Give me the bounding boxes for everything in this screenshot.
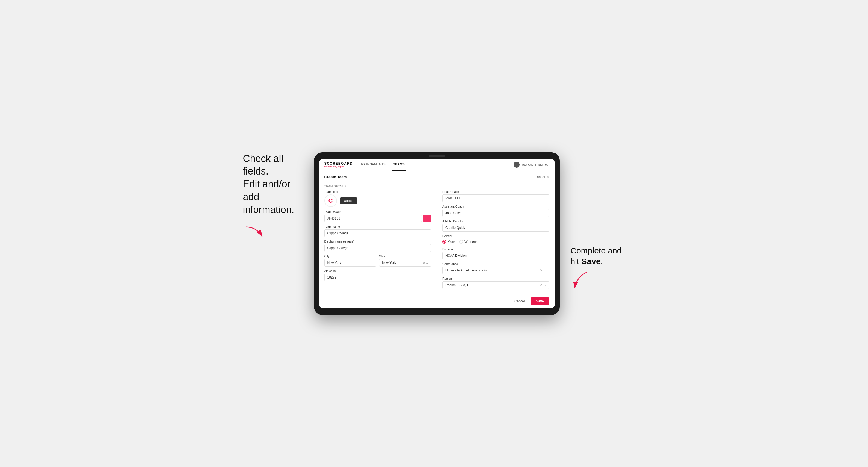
modal-header: Create Team Cancel ✕: [319, 171, 555, 182]
display-name-label: Display name (unique): [324, 240, 431, 243]
cancel-top-label: Cancel: [535, 175, 545, 179]
team-name-label: Team name: [324, 225, 431, 228]
section-label: TEAM DETAILS: [319, 182, 555, 190]
assistant-coach-group: Assistant Coach: [442, 205, 549, 217]
nav-right: Test User | Sign out: [514, 162, 549, 168]
region-controls: ✕ ⌄: [540, 283, 546, 287]
cancel-button[interactable]: Cancel: [511, 298, 528, 305]
gender-label: Gender: [442, 234, 549, 238]
state-value: New York: [382, 261, 396, 264]
color-input-wrap: [324, 215, 431, 222]
womens-radio-dot[interactable]: [459, 240, 463, 244]
region-select[interactable]: Region II - (M) DIII ✕ ⌄: [442, 281, 549, 289]
tablet-frame: SCOREBOARD Powered by clippd TOURNAMENTS…: [314, 152, 560, 315]
form-right-col: Head Coach Assistant Coach Athletic Dire…: [437, 190, 549, 292]
assistant-coach-label: Assistant Coach: [442, 205, 549, 208]
upload-button[interactable]: Upload: [340, 197, 358, 204]
head-coach-group: Head Coach: [442, 190, 549, 202]
mens-label: Mens: [447, 240, 456, 244]
page-wrapper: Check all fields.Edit and/or addinformat…: [243, 152, 625, 315]
nav-teams[interactable]: TEAMS: [392, 159, 406, 171]
annotation-left: Check all fields.Edit and/or addinformat…: [243, 152, 303, 242]
team-logo-label: Team logo: [324, 190, 431, 193]
left-arrow-wrap: [243, 224, 303, 242]
zip-group: Zip code: [324, 269, 431, 281]
region-group: Region Region II - (M) DIII ✕ ⌄: [442, 277, 549, 289]
team-name-group: Team name: [324, 225, 431, 237]
signout-link[interactable]: Sign out: [538, 163, 549, 166]
display-name-input[interactable]: [324, 244, 431, 252]
form-left-col: Team logo C Upload Team colour: [324, 190, 437, 292]
state-group: State New York ✕ ⌄: [379, 254, 431, 267]
team-colour-input[interactable]: [324, 215, 422, 222]
save-button[interactable]: Save: [530, 298, 549, 305]
division-chevron-icon: ⌄: [544, 254, 546, 257]
user-avatar: [514, 162, 520, 168]
assistant-coach-input[interactable]: [442, 209, 549, 217]
nav-links: TOURNAMENTS TEAMS: [359, 159, 513, 171]
left-arrow-icon: [243, 224, 265, 241]
right-arrow-wrap: [571, 269, 592, 293]
modal-title: Create Team: [324, 175, 347, 179]
check-text: Check all fields.Edit and/or addinformat…: [243, 152, 303, 216]
zip-label: Zip code: [324, 269, 431, 273]
display-name-group: Display name (unique): [324, 240, 431, 252]
region-chevron-icon[interactable]: ⌄: [544, 283, 546, 286]
conference-chevron-icon[interactable]: ⌄: [544, 269, 546, 272]
state-label: State: [379, 254, 431, 258]
logo-area: C Upload: [324, 194, 431, 207]
right-arrow-icon: [571, 269, 592, 291]
region-value: Region II - (M) DIII: [445, 283, 472, 287]
state-controls: ✕ ⌄: [423, 261, 428, 264]
team-name-input[interactable]: [324, 229, 431, 237]
modal-footer: Cancel Save: [319, 294, 555, 308]
user-label: Test User |: [522, 163, 536, 166]
tablet-screen: SCOREBOARD Powered by clippd TOURNAMENTS…: [319, 159, 555, 308]
division-select[interactable]: NCAA Division III ⌄: [442, 252, 549, 259]
athletic-director-input[interactable]: [442, 224, 549, 231]
city-label: City: [324, 254, 376, 258]
state-chevron-icon[interactable]: ⌄: [426, 261, 428, 264]
athletic-director-group: Athletic Director: [442, 220, 549, 231]
division-group: Division NCAA Division III ⌄: [442, 247, 549, 259]
conference-value: University Athletic Association: [445, 269, 489, 272]
conference-group: Conference University Athletic Associati…: [442, 262, 549, 274]
mens-radio-dot[interactable]: [442, 240, 446, 244]
conference-select[interactable]: University Athletic Association ✕ ⌄: [442, 267, 549, 274]
team-logo-group: Team logo C Upload: [324, 190, 431, 207]
nav-tournaments[interactable]: TOURNAMENTS: [359, 159, 386, 171]
athletic-director-label: Athletic Director: [442, 220, 549, 223]
division-label: Division: [442, 247, 549, 251]
conference-clear-icon[interactable]: ✕: [540, 269, 542, 272]
city-state-row: City State New York ✕ ⌄: [324, 254, 431, 269]
womens-label: Womens: [464, 240, 477, 244]
conference-controls: ✕ ⌄: [540, 269, 546, 272]
city-group: City: [324, 254, 376, 267]
team-colour-group: Team colour: [324, 210, 431, 222]
region-clear-icon[interactable]: ✕: [540, 283, 542, 287]
gender-radio-group: Mens Womens: [442, 239, 549, 245]
head-coach-label: Head Coach: [442, 190, 549, 193]
gender-mens[interactable]: Mens: [442, 240, 456, 244]
state-select[interactable]: New York ✕ ⌄: [379, 259, 431, 267]
nav-bar: SCOREBOARD Powered by clippd TOURNAMENTS…: [319, 159, 555, 171]
zip-input[interactable]: [324, 274, 431, 281]
app-logo: SCOREBOARD Powered by clippd: [324, 161, 353, 168]
team-colour-label: Team colour: [324, 210, 431, 214]
complete-text: Complete andhit Save.: [571, 245, 622, 267]
head-coach-input[interactable]: [442, 194, 549, 202]
annotation-right: Complete andhit Save.: [571, 152, 625, 293]
color-swatch[interactable]: [424, 215, 431, 222]
logo-sub-text: Powered by clippd: [324, 165, 353, 168]
gender-womens[interactable]: Womens: [459, 240, 477, 244]
form-body: Team logo C Upload Team colour: [319, 190, 555, 292]
state-clear-icon[interactable]: ✕: [423, 261, 425, 264]
division-value: NCAA Division III: [445, 254, 470, 257]
logo-circle: C: [324, 194, 337, 207]
logo-main-text: SCOREBOARD: [324, 161, 353, 165]
close-icon[interactable]: ✕: [546, 175, 549, 179]
conference-label: Conference: [442, 262, 549, 266]
region-label: Region: [442, 277, 549, 280]
city-input[interactable]: [324, 259, 376, 267]
modal-cancel-top[interactable]: Cancel ✕: [535, 175, 549, 179]
